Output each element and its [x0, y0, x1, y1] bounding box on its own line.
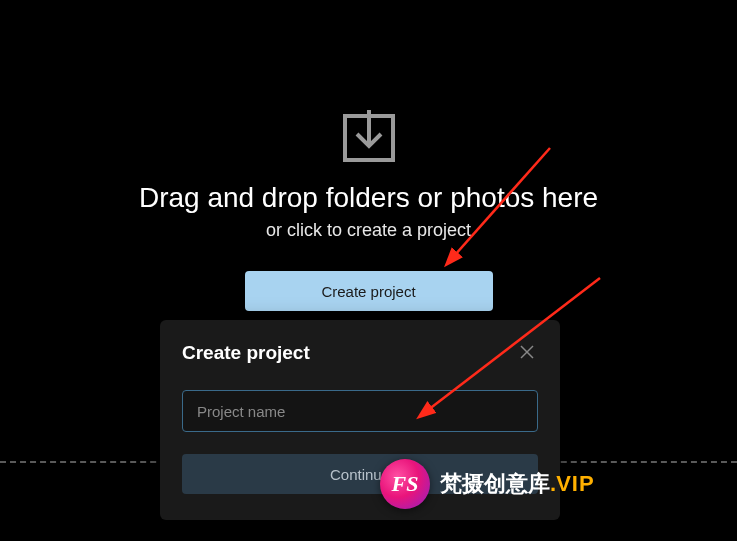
watermark-vip: VIP	[556, 471, 594, 496]
modal-header: Create project	[182, 342, 538, 364]
watermark-cn: 梵摄创意库	[440, 471, 550, 496]
drop-headline: Drag and drop folders or photos here	[139, 182, 598, 214]
watermark-text: 梵摄创意库.VIP	[440, 469, 595, 499]
close-icon	[520, 345, 534, 362]
import-icon	[339, 110, 399, 166]
project-name-input[interactable]	[182, 390, 538, 432]
create-project-button[interactable]: Create project	[245, 271, 493, 311]
watermark: FS 梵摄创意库.VIP	[380, 459, 595, 509]
modal-title: Create project	[182, 342, 310, 364]
close-button[interactable]	[516, 342, 538, 364]
watermark-badge: FS	[380, 459, 430, 509]
drop-subline: or click to create a project	[266, 220, 471, 241]
